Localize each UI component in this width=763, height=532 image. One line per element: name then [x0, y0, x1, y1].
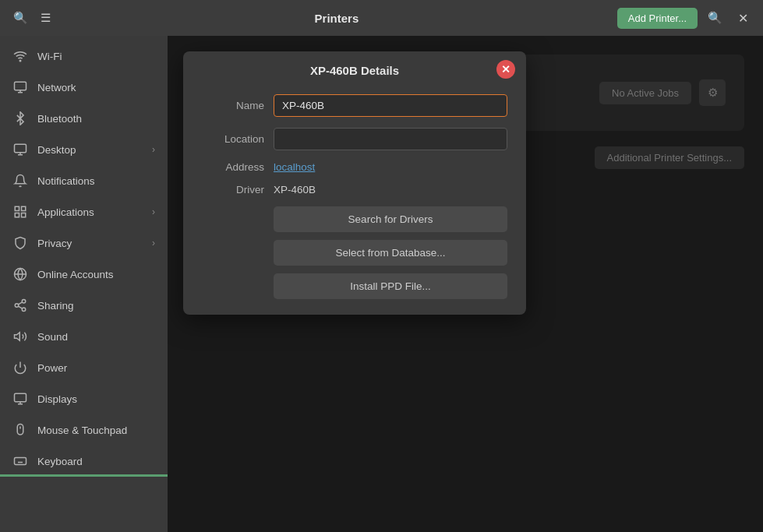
sidebar-item-label: Desktop: [37, 144, 76, 156]
sidebar-item-privacy[interactable]: Privacy ›: [0, 227, 168, 259]
svg-point-14: [15, 304, 19, 308]
modal-body: Name Location Address localhost Driver X…: [183, 86, 526, 315]
driver-value: XP-460B: [274, 184, 316, 196]
svg-rect-20: [15, 393, 26, 402]
svg-rect-7: [15, 206, 19, 210]
topbar: 🔍 ☰ Printers Add Printer... 🔍 ✕: [0, 0, 763, 36]
bluetooth-icon: [12, 111, 28, 126]
sidebar-item-displays[interactable]: Displays: [0, 383, 168, 414]
name-input[interactable]: [274, 94, 507, 117]
sidebar-item-sharing[interactable]: Sharing: [0, 290, 168, 321]
topbar-search-right-icon[interactable]: 🔍: [704, 7, 726, 29]
sidebar-item-applications[interactable]: Applications ›: [0, 196, 168, 227]
svg-line-17: [18, 302, 22, 305]
svg-rect-8: [22, 206, 26, 210]
modal-title: XP-460B Details: [310, 64, 399, 77]
sharing-icon: [12, 298, 28, 313]
sidebar-item-label: Power: [37, 362, 67, 374]
sidebar-item-label: Keyboard: [37, 456, 83, 467]
location-row: Location: [202, 128, 507, 150]
sidebar-item-label: Displays: [37, 393, 77, 405]
privacy-icon: [12, 235, 28, 251]
svg-marker-18: [15, 333, 20, 341]
svg-rect-4: [15, 144, 26, 153]
address-row: Address localhost: [202, 161, 507, 173]
printer-details-modal: XP-460B Details ✕ Name Location Address: [183, 51, 526, 315]
svg-rect-23: [17, 425, 23, 435]
notifications-icon: [12, 173, 28, 188]
page-title: Printers: [56, 12, 617, 25]
wifi-icon: [12, 48, 28, 64]
location-label: Location: [202, 133, 264, 145]
keyboard-icon: [12, 453, 28, 469]
sidebar-item-keyboard[interactable]: Keyboard: [0, 446, 168, 477]
sidebar-item-power[interactable]: Power: [0, 352, 168, 383]
mouse-icon: [12, 422, 28, 438]
sidebar-item-label: Privacy: [37, 238, 72, 249]
sidebar-item-notifications[interactable]: Notifications: [0, 165, 168, 196]
content-area: XP-460B Ready Model XP-460B No Active Jo…: [168, 36, 763, 532]
sound-icon: [12, 329, 28, 344]
sidebar-item-bluetooth[interactable]: Bluetooth: [0, 103, 168, 134]
install-ppd-button[interactable]: Install PPD File...: [274, 273, 507, 299]
select-database-button[interactable]: Select from Database...: [274, 240, 507, 266]
modal-action-buttons: Search for Drivers Select from Database.…: [202, 206, 507, 299]
name-row: Name: [202, 94, 507, 117]
sidebar-item-online-accounts[interactable]: Online Accounts: [0, 259, 168, 290]
online-accounts-icon: [12, 266, 28, 282]
chevron-right-icon: ›: [152, 238, 155, 248]
location-input[interactable]: [274, 128, 507, 150]
close-icon[interactable]: ✕: [732, 7, 754, 29]
chevron-right-icon: ›: [152, 206, 155, 217]
svg-rect-10: [22, 213, 26, 217]
svg-rect-9: [15, 213, 19, 217]
address-link[interactable]: localhost: [274, 161, 315, 173]
desktop-icon: [12, 142, 28, 157]
svg-rect-25: [15, 458, 26, 465]
sidebar-item-label: Notifications: [37, 175, 95, 187]
main-layout: Wi-Fi Network Bluetooth Desktop ›: [0, 36, 763, 532]
svg-point-0: [19, 60, 21, 62]
active-indicator: [0, 474, 168, 477]
sidebar-item-mouse[interactable]: Mouse & Touchpad: [0, 414, 168, 446]
sidebar-item-wifi[interactable]: Wi-Fi: [0, 41, 168, 72]
modal-close-button[interactable]: ✕: [496, 60, 515, 79]
sidebar-item-label: Bluetooth: [37, 113, 82, 125]
sidebar-item-label: Applications: [37, 206, 94, 218]
svg-point-15: [22, 308, 26, 312]
sidebar: Wi-Fi Network Bluetooth Desktop ›: [0, 36, 168, 532]
modal-overlay: XP-460B Details ✕ Name Location Address: [168, 36, 763, 532]
sidebar-item-network[interactable]: Network: [0, 72, 168, 103]
driver-label: Driver: [202, 184, 264, 196]
sidebar-item-label: Network: [37, 82, 76, 93]
power-icon: [12, 360, 28, 375]
displays-icon: [12, 391, 28, 407]
search-icon[interactable]: 🔍: [9, 7, 31, 29]
modal-header: XP-460B Details ✕: [183, 51, 526, 86]
svg-point-13: [22, 300, 26, 304]
svg-line-16: [18, 306, 22, 308]
add-printer-button[interactable]: Add Printer...: [617, 8, 698, 29]
sidebar-item-sound[interactable]: Sound: [0, 321, 168, 352]
sidebar-item-label: Mouse & Touchpad: [37, 425, 127, 436]
address-label: Address: [202, 161, 264, 173]
sidebar-item-desktop[interactable]: Desktop ›: [0, 134, 168, 165]
svg-rect-1: [15, 82, 26, 90]
name-label: Name: [202, 100, 264, 111]
chevron-right-icon: ›: [152, 144, 155, 155]
driver-row: Driver XP-460B: [202, 184, 507, 196]
topbar-right: Add Printer... 🔍 ✕: [617, 7, 754, 29]
network-icon: [12, 79, 28, 95]
sidebar-item-label: Online Accounts: [37, 269, 114, 280]
applications-icon: [12, 204, 28, 220]
sidebar-item-label: Sharing: [37, 300, 74, 312]
sidebar-item-label: Sound: [37, 331, 68, 343]
sidebar-item-label: Wi-Fi: [37, 51, 62, 62]
menu-icon[interactable]: ☰: [34, 7, 56, 29]
search-drivers-button[interactable]: Search for Drivers: [274, 206, 507, 232]
